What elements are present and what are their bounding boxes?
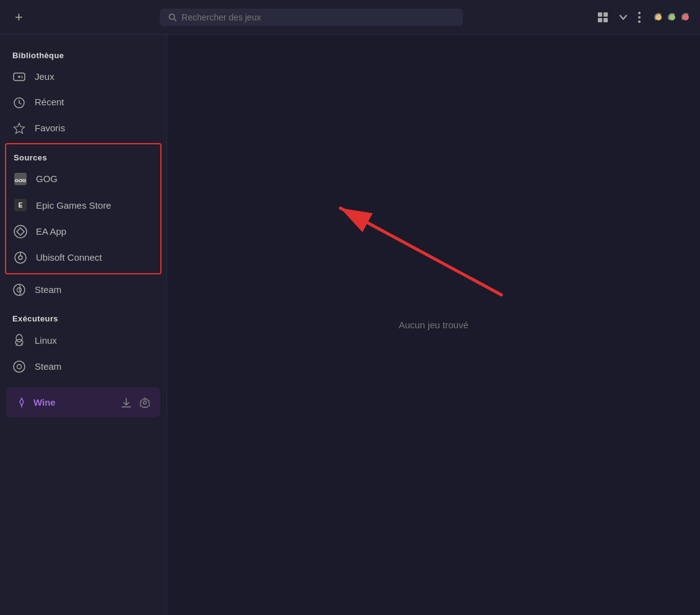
svg-marker-17 xyxy=(14,123,25,133)
titlebar: + xyxy=(0,0,700,35)
clock-icon xyxy=(12,95,26,108)
ea-label: EA App xyxy=(36,226,66,237)
recent-label: Récent xyxy=(35,97,64,107)
steam-exec-label: Steam xyxy=(35,361,61,372)
svg-point-13 xyxy=(22,77,23,79)
svg-rect-4 xyxy=(598,18,602,22)
search-input[interactable] xyxy=(181,12,454,22)
wine-label: Wine xyxy=(33,397,115,408)
ubisoft-label: Ubisoft Connect xyxy=(36,252,102,263)
sidebar-item-jeux[interactable]: Jeux xyxy=(0,64,166,89)
svg-rect-5 xyxy=(603,18,608,22)
download-icon xyxy=(121,397,132,408)
svg-point-12 xyxy=(22,76,23,77)
search-bar xyxy=(160,9,463,26)
svg-point-33 xyxy=(14,361,25,372)
settings-icon xyxy=(139,397,150,408)
svg-line-16 xyxy=(19,103,21,104)
wine-download-button[interactable] xyxy=(121,396,132,409)
svg-point-29 xyxy=(16,334,22,342)
sidebar: Bibliothèque Jeux R xyxy=(0,35,167,615)
svg-point-38 xyxy=(144,401,147,404)
ea-icon xyxy=(14,224,27,238)
sidebar-item-linux[interactable]: Linux xyxy=(0,327,166,353)
titlebar-right xyxy=(595,8,690,26)
grid-view-button[interactable] xyxy=(595,8,611,26)
traffic-lights xyxy=(654,13,690,22)
sidebar-item-steam[interactable]: Steam xyxy=(0,277,166,303)
svg-rect-2 xyxy=(598,12,602,17)
empty-state-text: Aucun jeu trouvé xyxy=(399,320,469,330)
more-icon xyxy=(638,12,641,23)
executeurs-section: Exécuteurs Linux xyxy=(0,308,166,380)
minimize-button[interactable] xyxy=(654,13,663,22)
epic-label: Epic Games Store xyxy=(36,200,111,211)
svg-text:Ε: Ε xyxy=(19,202,23,209)
close-button[interactable] xyxy=(681,13,690,22)
steam-icon xyxy=(12,283,26,297)
svg-line-1 xyxy=(174,19,176,20)
svg-rect-3 xyxy=(603,12,608,17)
wine-settings-button[interactable] xyxy=(139,396,150,409)
grid-icon xyxy=(597,12,608,23)
sidebar-item-gog[interactable]: GOG GOG xyxy=(6,166,160,192)
dropdown-button[interactable] xyxy=(617,8,629,26)
sidebar-item-epic[interactable]: Ε Epic Games Store xyxy=(6,192,160,218)
svg-marker-23 xyxy=(17,228,24,235)
svg-point-8 xyxy=(638,20,641,23)
svg-text:GOG: GOG xyxy=(15,178,27,183)
search-icon xyxy=(168,13,176,22)
favoris-label: Favoris xyxy=(35,123,65,133)
steam-label: Steam xyxy=(35,284,61,295)
star-icon xyxy=(12,121,26,134)
sidebar-item-steam-exec[interactable]: Steam xyxy=(0,353,166,379)
sources-box: Sources GOG GOG Ε Epic Games St xyxy=(5,143,162,274)
executeurs-section-label: Exécuteurs xyxy=(0,308,166,327)
svg-point-25 xyxy=(19,256,22,260)
gog-icon: GOG xyxy=(14,172,27,186)
app-layout: Bibliothèque Jeux R xyxy=(0,35,700,615)
wine-bar[interactable]: Wine xyxy=(6,387,160,417)
sidebar-item-favoris[interactable]: Favoris xyxy=(0,115,166,141)
gamepad-icon xyxy=(12,70,26,83)
svg-point-6 xyxy=(638,12,641,14)
sidebar-item-ubisoft[interactable]: Ubisoft Connect xyxy=(6,245,160,271)
wine-actions xyxy=(121,396,150,409)
svg-point-7 xyxy=(638,16,641,19)
more-menu-button[interactable] xyxy=(636,8,643,26)
add-button[interactable]: + xyxy=(10,7,28,28)
main-area: Aucun jeu trouvé xyxy=(167,35,700,615)
epic-icon: Ε xyxy=(14,198,27,212)
linux-label: Linux xyxy=(35,335,57,346)
library-section-label: Bibliothèque xyxy=(0,45,166,64)
titlebar-left: + xyxy=(10,7,28,28)
jeux-label: Jeux xyxy=(35,71,54,82)
maximize-button[interactable] xyxy=(668,13,676,22)
sidebar-item-recent[interactable]: Récent xyxy=(0,89,166,115)
chevron-down-icon xyxy=(620,15,627,20)
wine-logo-icon xyxy=(16,396,27,409)
steam-exec-icon xyxy=(12,359,26,373)
linux-icon xyxy=(12,333,26,347)
svg-point-34 xyxy=(17,364,22,369)
gog-label: GOG xyxy=(36,173,58,184)
ubisoft-icon xyxy=(14,251,27,264)
sidebar-item-ea[interactable]: EA App xyxy=(6,218,160,244)
sources-section-label: Sources xyxy=(6,147,160,166)
